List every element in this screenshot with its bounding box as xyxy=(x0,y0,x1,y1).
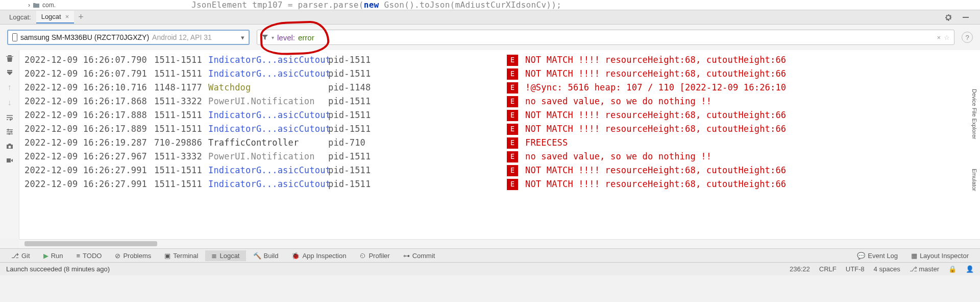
pid-tid: 1511-1511 xyxy=(152,53,208,67)
log-row[interactable]: 2022-12-09 16:26:17.8881511-1511Indicato… xyxy=(24,108,980,122)
terminal-button[interactable]: ▣Terminal xyxy=(158,250,204,261)
process: pid-1148 xyxy=(328,81,507,95)
label: TODO xyxy=(83,252,102,260)
filter-input[interactable]: ▾ level:error × ☆ xyxy=(257,30,954,45)
filter-caret: ▾ xyxy=(272,35,274,40)
pid-tid: 1511-1511 xyxy=(152,67,208,81)
log-row[interactable]: 2022-12-09 16:26:17.8891511-1511Indicato… xyxy=(24,122,980,136)
layout-inspector-button[interactable]: ▦Layout Inspector xyxy=(905,250,975,261)
log-row[interactable]: 2022-12-09 16:26:27.9911511-1511Indicato… xyxy=(24,164,980,177)
timestamp: 2022-12-09 16:26:17.868 xyxy=(24,95,152,108)
process: pid-1511 xyxy=(328,53,507,67)
project-tree-fragment[interactable]: › com. xyxy=(0,2,110,9)
commit-icon: ⊶ xyxy=(403,252,410,260)
scroll-end-icon[interactable] xyxy=(6,68,14,77)
device-icon xyxy=(12,33,17,41)
folder-label: com. xyxy=(42,2,56,9)
git-branch[interactable]: ⎇ master xyxy=(910,265,939,273)
log-row[interactable]: 2022-12-09 16:26:27.9911511-1511Indicato… xyxy=(24,177,980,191)
record-icon[interactable] xyxy=(6,156,14,165)
gear-icon[interactable] xyxy=(944,13,952,21)
label: Commit xyxy=(412,252,435,260)
filter-value: error xyxy=(298,33,314,42)
code-text: JsonElement tmp107 = parser.parse( xyxy=(191,0,364,10)
timestamp: 2022-12-09 16:26:27.967 xyxy=(24,150,152,164)
log-message: no saved value, so we do nothing !! xyxy=(525,95,712,108)
label: Run xyxy=(51,252,63,260)
close-icon[interactable]: × xyxy=(65,13,69,20)
pid-tid: 1511-3332 xyxy=(152,150,208,164)
logcat-tab-bar: Logcat: Logcat × + xyxy=(0,10,980,25)
app-inspection-button[interactable]: 🐞App Inspection xyxy=(285,250,352,261)
log-message: NOT MATCH !!!! resourceHeight:68, cutout… xyxy=(525,67,786,81)
log-tag: TrafficController xyxy=(208,136,328,150)
log-row[interactable]: 2022-12-09 16:26:07.7901511-1511Indicato… xyxy=(24,53,980,67)
minimize-icon[interactable] xyxy=(962,13,970,21)
trash-icon[interactable] xyxy=(6,54,14,62)
people-icon[interactable]: 👤 xyxy=(966,265,974,273)
scrollbar-thumb[interactable] xyxy=(24,241,157,246)
tab-device-file-explorer[interactable]: Device File Explorer xyxy=(970,87,978,141)
arrow-down-icon[interactable]: ↓ xyxy=(8,98,12,107)
settings-icon[interactable] xyxy=(6,128,14,136)
play-icon: ▶ xyxy=(43,252,48,260)
profiler-button[interactable]: ⏲Profiler xyxy=(353,250,396,261)
process: pid-1511 xyxy=(328,150,507,164)
label: Terminal xyxy=(173,252,198,260)
process: pid-1511 xyxy=(328,164,507,177)
label: Git xyxy=(21,252,30,260)
logcat-button[interactable]: ≣Logcat xyxy=(205,250,246,261)
problems-button[interactable]: ⊘Problems xyxy=(109,250,157,261)
log-message: FREECESS xyxy=(525,136,568,150)
log-tag: IndicatorG...asicCutout xyxy=(208,108,328,122)
clear-icon[interactable]: × xyxy=(937,34,941,41)
build-button[interactable]: 🔨Build xyxy=(247,250,285,261)
log-panel: ↑ ↓ 2022-12-09 16:26:07.7901511-1511Indi… xyxy=(0,50,980,239)
tab-logcat[interactable]: Logcat × xyxy=(36,11,75,24)
camera-icon[interactable] xyxy=(6,142,14,150)
cursor-position[interactable]: 236:22 xyxy=(790,265,810,273)
lock-icon[interactable]: 🔒 xyxy=(948,265,957,273)
add-tab-button[interactable]: + xyxy=(74,11,88,24)
log-row[interactable]: 2022-12-09 16:26:19.287710-29886TrafficC… xyxy=(24,136,980,150)
log-row[interactable]: 2022-12-09 16:26:27.9671511-3332PowerUI.… xyxy=(24,150,980,164)
filter-key: level: xyxy=(277,33,295,42)
log-table[interactable]: 2022-12-09 16:26:07.7901511-1511Indicato… xyxy=(19,50,980,239)
device-api: Android 12, API 31 xyxy=(152,33,212,41)
run-button[interactable]: ▶Run xyxy=(37,250,69,261)
timestamp: 2022-12-09 16:26:19.287 xyxy=(24,136,152,150)
label: Event Log xyxy=(868,252,898,260)
line-ending[interactable]: CRLF xyxy=(819,265,837,273)
arrow-up-icon[interactable]: ↑ xyxy=(8,83,12,92)
timestamp: 2022-12-09 16:26:07.790 xyxy=(24,53,152,67)
label: Layout Inspector xyxy=(920,252,969,260)
commit-button[interactable]: ⊶Commit xyxy=(397,250,442,261)
event-log-button[interactable]: 💬Event Log xyxy=(851,250,904,261)
todo-button[interactable]: ≡TODO xyxy=(70,250,108,261)
bug-icon: 🐞 xyxy=(291,252,300,260)
horizontal-scrollbar[interactable] xyxy=(19,239,980,248)
device-selector[interactable]: samsung SM-M336BU (RZCT70JGXZY) Android … xyxy=(7,30,250,45)
encoding[interactable]: UTF-8 xyxy=(846,265,865,273)
panel-title: Logcat: xyxy=(4,11,36,23)
wrap-icon[interactable] xyxy=(6,113,14,122)
timestamp: 2022-12-09 16:26:07.791 xyxy=(24,67,152,81)
log-row[interactable]: 2022-12-09 16:26:07.7911511-1511Indicato… xyxy=(24,67,980,81)
log-row[interactable]: 2022-12-09 16:26:10.7161148-1177Watchdog… xyxy=(24,81,980,95)
tab-emulator[interactable]: Emulator xyxy=(970,167,978,193)
folder-icon xyxy=(33,2,40,8)
branch-icon: ⎇ xyxy=(910,265,919,273)
pid-tid: 1511-1511 xyxy=(152,164,208,177)
warning-icon: ⊘ xyxy=(115,252,120,260)
star-icon[interactable]: ☆ xyxy=(944,34,950,41)
layers-icon: ▦ xyxy=(911,252,917,260)
log-row[interactable]: 2022-12-09 16:26:17.8681511-3322PowerUI.… xyxy=(24,95,980,108)
git-button[interactable]: ⎇Git xyxy=(5,250,36,261)
indent[interactable]: 4 spaces xyxy=(874,265,900,273)
chat-icon: 💬 xyxy=(857,252,865,260)
help-icon[interactable]: ? xyxy=(962,32,973,43)
log-message: NOT MATCH !!!! resourceHeight:68, cutout… xyxy=(525,122,786,136)
filter-icon xyxy=(261,34,268,41)
keyword-new: new xyxy=(364,0,379,10)
pid-tid: 1511-1511 xyxy=(152,108,208,122)
